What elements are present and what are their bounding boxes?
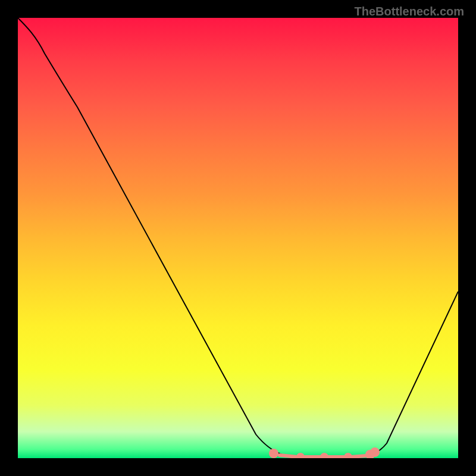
- watermark-text: TheBottleneck.com: [355, 5, 464, 18]
- plot-area: [18, 18, 458, 458]
- gradient-background: [18, 18, 458, 458]
- chart-container: TheBottleneck.com: [0, 0, 476, 476]
